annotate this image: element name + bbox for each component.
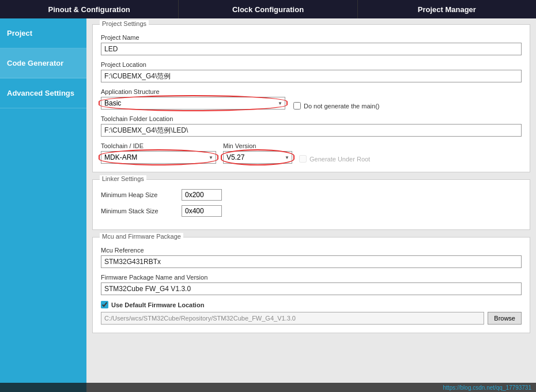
stack-size-label: Minimum Stack Size <box>101 208 176 214</box>
project-settings-title: Project Settings <box>100 20 149 27</box>
main-layout: Project Code Generator Advanced Settings… <box>0 18 536 392</box>
use-default-firmware-checkbox[interactable] <box>101 301 108 308</box>
browse-button[interactable]: Browse <box>488 312 522 325</box>
linker-settings-title: Linker Settings <box>100 175 146 182</box>
toolchain-folder-input[interactable] <box>101 124 522 137</box>
toolchain-ide-circled: MDK-ARM <box>101 151 216 164</box>
sidebar-item-advanced-settings[interactable]: Advanced Settings <box>0 78 86 108</box>
toolchain-ide-select-wrap: MDK-ARM <box>101 151 216 164</box>
firmware-name-row: Firmware Package Name and Version <box>101 274 522 295</box>
toolchain-ide-row: Toolchain / IDE MDK-ARM Min Version <box>101 142 522 164</box>
use-default-firmware-label: Use Default Firmware Location <box>111 301 204 308</box>
project-name-input[interactable] <box>101 43 522 55</box>
toolchain-folder-row: Toolchain Folder Location <box>101 115 522 137</box>
mcu-reference-row: Mcu Reference <box>101 247 522 268</box>
mcu-reference-label: Mcu Reference <box>101 247 522 254</box>
firmware-path-input[interactable] <box>101 312 484 325</box>
watermark-text: https://blog.csdn.net/qq_17793731 <box>443 385 531 391</box>
min-version-label: Min Version <box>223 142 292 149</box>
stack-size-row: Minimum Stack Size <box>101 205 522 217</box>
sidebar: Project Code Generator Advanced Settings <box>0 18 86 392</box>
min-version-wrap: Min Version V5.27 <box>223 142 292 164</box>
app-structure-select[interactable]: Basic <box>101 97 285 110</box>
bottom-bar: https://blog.csdn.net/qq_17793731 <box>0 383 536 392</box>
generate-under-root-checkbox[interactable] <box>299 155 307 163</box>
toolchain-folder-label: Toolchain Folder Location <box>101 115 522 122</box>
mcu-firmware-panel: Mcu and Firmware Package Mcu Reference F… <box>92 237 530 333</box>
tab-clock[interactable]: Clock Configuration <box>179 0 357 18</box>
stack-size-input[interactable] <box>182 205 222 217</box>
project-name-row: Project Name <box>101 34 522 55</box>
mcu-firmware-title: Mcu and Firmware Package <box>100 233 183 240</box>
firmware-path-row: Browse <box>101 312 522 325</box>
sidebar-item-code-generator[interactable]: Code Generator <box>0 48 86 78</box>
toolchain-ide-wrap: Toolchain / IDE MDK-ARM <box>101 142 216 164</box>
firmware-name-input[interactable] <box>101 282 522 295</box>
heap-size-label: Minimum Heap Size <box>101 191 176 198</box>
app-structure-row: Application Structure Basic Do not gener… <box>101 88 522 110</box>
tab-project-manager[interactable]: Project Manager <box>358 0 536 18</box>
firmware-name-label: Firmware Package Name and Version <box>101 274 522 281</box>
tab-pinout[interactable]: Pinout & Configuration <box>0 0 179 18</box>
sidebar-item-project[interactable]: Project <box>0 18 86 48</box>
project-location-label: Project Location <box>101 61 522 68</box>
do-not-generate-main-checkbox[interactable] <box>293 102 301 110</box>
content-area: Project Settings Project Name Project Lo… <box>86 18 536 392</box>
min-version-select-wrap: V5.27 <box>223 151 292 164</box>
mcu-reference-input[interactable] <box>101 255 522 268</box>
project-name-label: Project Name <box>101 34 522 41</box>
use-default-firmware-row: Use Default Firmware Location <box>101 301 522 308</box>
do-not-generate-main-checkbox-label: Do not generate the main() <box>293 102 379 110</box>
project-location-row: Project Location <box>101 61 522 82</box>
heap-size-row: Minimum Heap Size <box>101 189 522 201</box>
min-version-circled: V5.27 <box>223 151 292 164</box>
app-structure-label: Application Structure <box>101 88 522 95</box>
project-settings-panel: Project Settings Project Name Project Lo… <box>92 24 530 172</box>
linker-settings-panel: Linker Settings Minimum Heap Size Minimu… <box>92 179 530 230</box>
project-location-input[interactable] <box>101 70 522 82</box>
app-structure-select-container: Basic <box>101 97 285 110</box>
toolchain-ide-select[interactable]: MDK-ARM <box>101 151 216 164</box>
app-structure-select-wrap: Basic <box>101 97 285 110</box>
generate-under-root-area: Generate Under Root <box>299 155 522 164</box>
top-navigation: Pinout & Configuration Clock Configurati… <box>0 0 536 18</box>
heap-size-input[interactable] <box>182 189 222 201</box>
min-version-select[interactable]: V5.27 <box>223 151 292 164</box>
toolchain-ide-label: Toolchain / IDE <box>101 142 216 149</box>
generate-under-root-label: Generate Under Root <box>309 156 370 163</box>
